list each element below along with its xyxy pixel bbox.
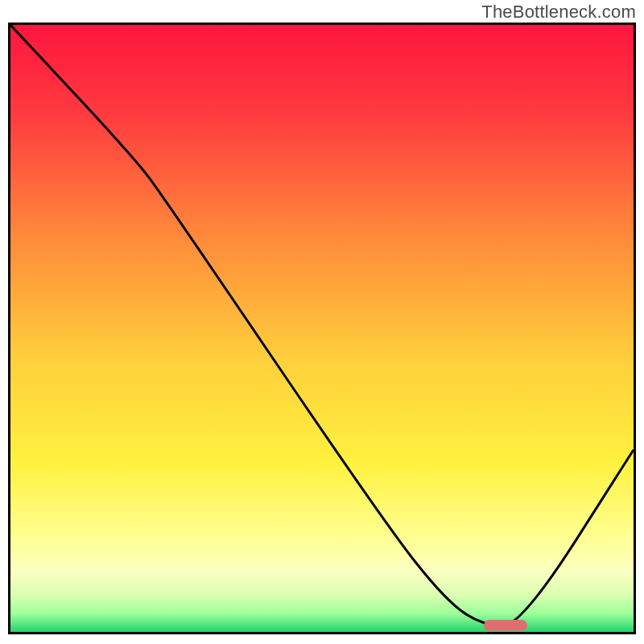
bottleneck-curve xyxy=(10,25,634,632)
sweet-spot-marker xyxy=(484,620,527,631)
chart-container: TheBottleneck.com xyxy=(0,0,644,644)
watermark-label: TheBottleneck.com xyxy=(481,2,636,23)
plot-frame xyxy=(8,23,636,634)
